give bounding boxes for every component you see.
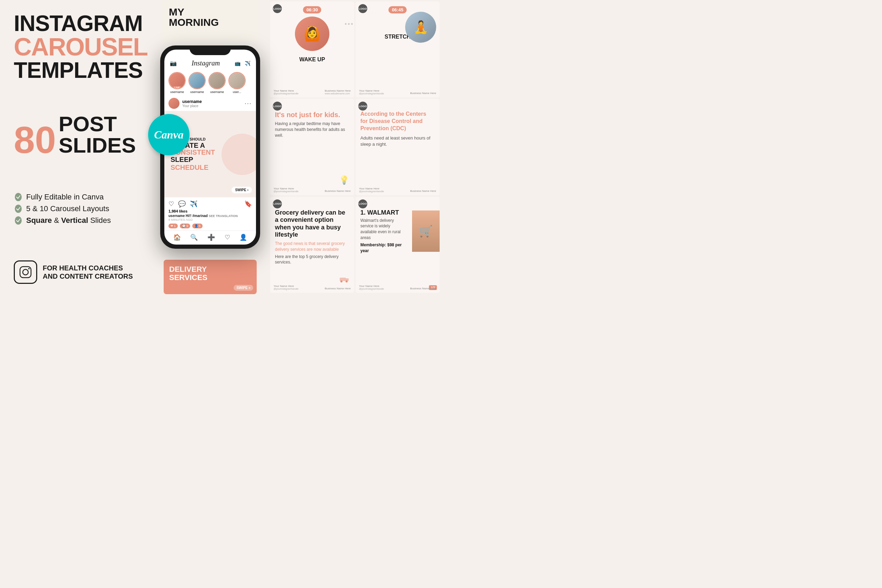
footer-biz-name-1: Business Name Here <box>324 89 351 92</box>
bottom-slide-text2: SERVICES <box>169 273 251 282</box>
nav-heart-icon[interactable]: ♡ <box>225 234 230 241</box>
post-options-icon[interactable]: ··· <box>244 100 252 107</box>
title-instagram: INSTAGRAM <box>14 12 141 34</box>
svg-point-2 <box>15 216 22 225</box>
feature-item-1: Fully Editable in Canva <box>14 192 141 201</box>
post-sleep-text: SLEEP <box>171 156 193 164</box>
template-card-walmart: LOGO 🛒 1. WALMART Walmart's delivery ser… <box>356 197 440 293</box>
kids-body: Having a regular bedtime may have numero… <box>275 121 350 138</box>
nav-add-icon[interactable]: ➕ <box>207 234 215 241</box>
footer-biz-1: Business Name Here www.websitename.com <box>324 89 351 95</box>
story-item-2[interactable]: username <box>189 72 206 94</box>
kids-icon-bottom: 💡 <box>339 176 350 185</box>
reaction-bubble-2[interactable]: 💬 9 <box>180 224 190 228</box>
logo-badge-5: LOGO <box>273 200 282 208</box>
dot-1 <box>345 23 346 25</box>
comment-reactions-row: ❤ 1 💬 9 👤 5 <box>164 223 256 231</box>
features-list: Fully Editable in Canva 5 & 10 Carousel … <box>14 192 141 225</box>
send-icon[interactable]: ✈️ <box>244 61 250 66</box>
action-icons-row: ♡ 💬 ✈️ 🔖 <box>168 200 252 208</box>
template-card-wake: LOGO 06:30 🙆 WAKE UP Your Name Here @you… <box>270 2 354 98</box>
reaction-icon-2: 💬 <box>182 224 186 228</box>
logo-badge-4: LOGO <box>358 102 367 111</box>
footer-name-3: Your Name Here @yourinstagramhandle <box>273 187 298 192</box>
post-user-place: Your place <box>182 104 242 108</box>
bottom-slide-swipe: SWIPE » <box>234 285 253 291</box>
post-time: 8 MINUTES AGO <box>168 218 252 222</box>
swipe-text: SWIPE <box>235 188 246 192</box>
camera-icon[interactable]: 📷 <box>170 60 177 66</box>
footer-url-text-3: @yourinstagramhandle <box>273 190 298 192</box>
cdc-body: Adults need at least seven hours of slee… <box>360 135 435 147</box>
story-name-4: user... <box>233 90 242 94</box>
post-swipe-button[interactable]: SWIPE › <box>231 187 252 193</box>
caption-username: username <box>168 214 184 218</box>
reaction-bubble-1[interactable]: ❤ 1 <box>168 224 178 228</box>
logo-badge-6: LOGO <box>358 200 367 208</box>
check-icon-2 <box>14 204 23 213</box>
story-item-4[interactable]: user... <box>228 72 246 94</box>
nav-search-icon[interactable]: 🔍 <box>190 234 198 241</box>
footer-url-text-4: @yourinstagramhandle <box>359 190 384 192</box>
reaction-count-2: 9 <box>186 224 188 228</box>
footer-biz-6: Business Name Here <box>410 287 436 290</box>
post-user-avatar <box>168 98 180 109</box>
logo-badge-text-3: LOGO <box>273 105 282 108</box>
instagram-logo-text: Instagram <box>192 59 220 67</box>
kids-content: It's not just for kids. Having a regular… <box>275 111 350 138</box>
grocery-sub-pink: The good news is that several grocery de… <box>275 241 350 252</box>
walmart-body: Walmart's delivery service is widely ava… <box>360 218 404 241</box>
tv-icon[interactable]: 📺 <box>235 61 240 66</box>
grocery-content: Grocery delivery can be a convenient opt… <box>275 209 350 266</box>
bg-slide-top: MY MORNING <box>162 0 258 41</box>
footer-biz-name-2: Business Name Here <box>410 92 436 95</box>
kids-heading: It's not just for kids. <box>275 111 350 119</box>
story-item-3[interactable]: username <box>208 72 226 94</box>
avatar-img-4 <box>229 73 245 88</box>
logo-badge-text-1: LOGO <box>273 7 282 10</box>
logo-badge-text-5: LOGO <box>273 202 282 205</box>
footer-name-5: Your Name Here @yourinstagramhandle <box>273 285 298 290</box>
footer-biz-name-4: Business Name Here <box>410 189 436 192</box>
card-footer-3: Your Name Here @yourinstagramhandle Busi… <box>273 187 351 192</box>
reaction-icon-1: ❤ <box>171 224 173 228</box>
phone-notch <box>189 45 231 55</box>
time-badge-stretch: 06:45 <box>388 6 406 14</box>
header-right-icons: 📺 ✈️ <box>235 61 250 66</box>
cdc-content: According to the Centers for Disease Con… <box>360 111 435 147</box>
middle-panel: MY MORNING Canva 📷 Instagram 📺 ✈️ <box>152 0 269 294</box>
count-post-label: POST <box>58 113 136 135</box>
like-icon[interactable]: ♡ <box>168 200 174 208</box>
footer-name-text-5: Your Name Here <box>273 285 298 288</box>
canva-badge-text: Canva <box>154 129 183 141</box>
story-name-2: username <box>190 90 204 94</box>
reaction-icon-3: 👤 <box>194 224 198 228</box>
grocery-sub-dark: Here are the top 5 grocery delivery serv… <box>275 254 350 266</box>
nav-profile-icon[interactable]: 👤 <box>240 234 247 241</box>
grocery-heading: Grocery delivery can be a convenient opt… <box>275 209 350 239</box>
reaction-bubble-3[interactable]: 👤 5 <box>192 224 202 228</box>
bookmark-icon[interactable]: 🔖 <box>244 200 252 208</box>
comment-icon[interactable]: 💬 <box>178 200 186 208</box>
post-user-info: username Your place <box>182 99 242 108</box>
post-blob-decoration <box>222 134 256 175</box>
svg-point-9 <box>346 280 348 282</box>
swipe-arrow-icon: › <box>248 188 248 192</box>
story-avatar-3 <box>208 72 226 89</box>
card-footer-4: Your Name Here @yourinstagramhandle Busi… <box>359 187 436 192</box>
svg-point-1 <box>15 205 22 213</box>
footer-biz-5: Business Name Here <box>324 287 351 290</box>
footer-biz-name-5: Business Name Here <box>324 287 351 290</box>
story-item-1[interactable]: LIVE username <box>168 72 186 94</box>
nav-home-icon[interactable]: 🏠 <box>173 234 181 241</box>
check-icon-1 <box>14 192 23 201</box>
see-translation-link[interactable]: SEE TRANSLATION <box>209 214 238 218</box>
reaction-count-1: 1 <box>174 224 176 228</box>
svg-point-5 <box>28 268 30 269</box>
time-badge-wake: 06:30 <box>303 6 321 14</box>
feature-text-3: Square & Vertical Slides <box>26 216 111 225</box>
walmart-heading: 1. WALMART <box>360 209 404 216</box>
post-user-bar: username Your place ··· <box>164 96 256 111</box>
live-badge: LIVE <box>173 86 181 89</box>
share-icon[interactable]: ✈️ <box>190 200 197 208</box>
